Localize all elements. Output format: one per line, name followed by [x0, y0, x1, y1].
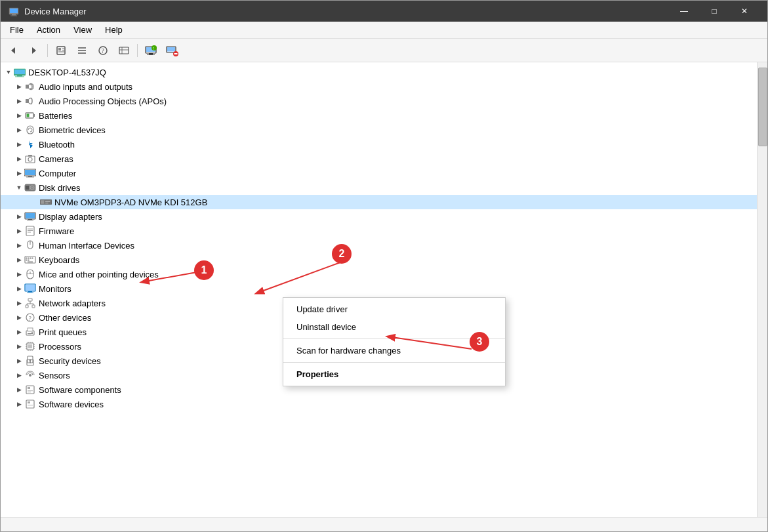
- details-button[interactable]: [114, 41, 134, 60]
- tree-apo[interactable]: ▶ Audio Processing Objects (APOs): [1, 94, 757, 108]
- print-label: Print queues: [39, 327, 87, 337]
- menu-action[interactable]: Action: [30, 24, 67, 36]
- device-tree[interactable]: ▼ DESKTOP-4L537JQ ▶: [1, 62, 757, 517]
- other-expand[interactable]: ▶: [14, 312, 24, 323]
- menu-view[interactable]: View: [67, 24, 98, 36]
- ctx-properties[interactable]: Properties: [283, 365, 505, 383]
- title-bar-left: Device Manager: [9, 6, 87, 16]
- svg-rect-115: [28, 392, 31, 392]
- tree-bluetooth[interactable]: ▶ Bluetooth: [1, 137, 757, 152]
- sensors-expand[interactable]: ▶: [14, 370, 24, 380]
- ctx-uninstall[interactable]: Uninstall device: [283, 318, 505, 336]
- svg-rect-71: [28, 262, 33, 263]
- cameras-icon: [24, 153, 36, 165]
- root-expand-icon[interactable]: ▼: [3, 67, 14, 77]
- tree-cameras[interactable]: ▶ Cameras: [1, 152, 757, 166]
- print-expand[interactable]: ▶: [14, 327, 24, 337]
- keyboards-expand[interactable]: ▶: [14, 255, 24, 265]
- display-expand[interactable]: ▶: [14, 211, 24, 222]
- ctx-sep-2: [283, 362, 505, 363]
- svg-rect-112: [26, 386, 34, 394]
- audio-expand[interactable]: ▶: [14, 81, 24, 92]
- menu-bar: File Action View Help: [1, 22, 767, 39]
- scrollbar-thumb[interactable]: [758, 68, 767, 146]
- sw-dev-expand[interactable]: ▶: [14, 399, 24, 409]
- display-label: Display adapters: [39, 212, 102, 222]
- sw-dev-icon: [24, 398, 36, 410]
- update-driver-button[interactable]: ↑: [141, 41, 161, 60]
- tree-firmware[interactable]: ▶ Firmware: [1, 224, 757, 238]
- computer-expand[interactable]: ▶: [14, 168, 24, 178]
- svg-text:↑: ↑: [153, 46, 155, 51]
- svg-text:?: ?: [29, 315, 32, 322]
- biometric-expand[interactable]: ▶: [14, 125, 24, 135]
- processors-expand[interactable]: ▶: [14, 341, 24, 352]
- forward-button[interactable]: [24, 41, 44, 60]
- svg-rect-46: [26, 186, 29, 190]
- audio-icon: [24, 81, 36, 92]
- firmware-expand[interactable]: ▶: [14, 226, 24, 236]
- svg-rect-42: [25, 170, 35, 175]
- tree-monitors[interactable]: ▶ Monitors: [1, 281, 757, 296]
- main-content: ▼ DESKTOP-4L537JQ ▶: [1, 62, 767, 517]
- svg-rect-22: [147, 54, 155, 55]
- sw-comp-expand[interactable]: ▶: [14, 384, 24, 395]
- close-button[interactable]: ✕: [729, 1, 759, 22]
- back-button[interactable]: [3, 41, 23, 60]
- monitors-expand[interactable]: ▶: [14, 283, 24, 294]
- list-button[interactable]: [72, 41, 92, 60]
- batteries-expand[interactable]: ▶: [14, 110, 24, 121]
- tree-nvme[interactable]: NVMe OM3PDP3-AD NVMe KDI 512GB: [1, 195, 757, 209]
- ctx-update-driver[interactable]: Update driver: [283, 300, 505, 318]
- show-properties-button[interactable]: [51, 41, 71, 60]
- audio-label: Audio inputs and outputs: [39, 82, 132, 92]
- tree-hid[interactable]: ▶ Human Interface Devices: [1, 238, 757, 253]
- security-expand[interactable]: ▶: [14, 356, 24, 366]
- tree-display[interactable]: ▶ Display adapters: [1, 209, 757, 224]
- bluetooth-expand[interactable]: ▶: [14, 139, 24, 150]
- maximize-button[interactable]: □: [699, 1, 729, 22]
- network-expand[interactable]: ▶: [14, 298, 24, 308]
- keyboards-label: Keyboards: [39, 255, 79, 265]
- svg-rect-50: [41, 200, 44, 203]
- scrollbar[interactable]: [757, 62, 767, 517]
- tree-keyboards[interactable]: ▶ Keyboards: [1, 253, 757, 267]
- mice-label: Mice and other pointing devices: [39, 270, 159, 279]
- help-button[interactable]: ?: [93, 41, 113, 60]
- mice-icon: [24, 268, 36, 280]
- menu-file[interactable]: File: [3, 24, 30, 36]
- cameras-expand[interactable]: ▶: [14, 153, 24, 164]
- tree-sw-dev[interactable]: ▶ Software devices: [1, 397, 757, 411]
- tree-biometric[interactable]: ▶ Biometric devices: [1, 123, 757, 137]
- disk-expand[interactable]: ▼: [14, 182, 24, 193]
- apo-icon: [24, 95, 36, 107]
- security-icon: [24, 355, 36, 367]
- nvme-icon: [40, 196, 52, 208]
- menu-help[interactable]: Help: [98, 24, 129, 36]
- tree-batteries[interactable]: ▶ Batteries: [1, 108, 757, 123]
- tree-audio[interactable]: ▶ Audio inputs and outputs: [1, 79, 757, 94]
- processors-icon: [24, 340, 36, 352]
- svg-rect-30: [14, 70, 25, 74]
- svg-rect-113: [28, 387, 30, 389]
- svg-rect-7: [58, 48, 61, 51]
- sw-dev-label: Software devices: [39, 399, 104, 409]
- other-icon: ?: [24, 312, 36, 323]
- remove-button[interactable]: [162, 41, 182, 60]
- tree-disk-drives[interactable]: ▼ Disk drives: [1, 180, 757, 195]
- root-icon: [14, 66, 26, 78]
- svg-rect-32: [15, 77, 24, 77]
- biometric-icon: [24, 124, 36, 136]
- tree-computer[interactable]: ▶ Computer: [1, 166, 757, 180]
- hid-expand[interactable]: ▶: [14, 240, 24, 251]
- apo-expand[interactable]: ▶: [14, 96, 24, 106]
- annotation-bubble-2: 2: [332, 244, 352, 264]
- other-label: Other devices: [39, 313, 91, 323]
- minimize-button[interactable]: —: [669, 1, 699, 22]
- toolbar: ? ↑: [1, 39, 767, 62]
- svg-rect-44: [26, 177, 34, 178]
- tree-mice[interactable]: ▶ Mice and other pointing devices: [1, 267, 757, 281]
- mice-expand[interactable]: ▶: [14, 269, 24, 279]
- tree-root[interactable]: ▼ DESKTOP-4L537JQ: [1, 65, 757, 79]
- monitors-label: Monitors: [39, 284, 71, 294]
